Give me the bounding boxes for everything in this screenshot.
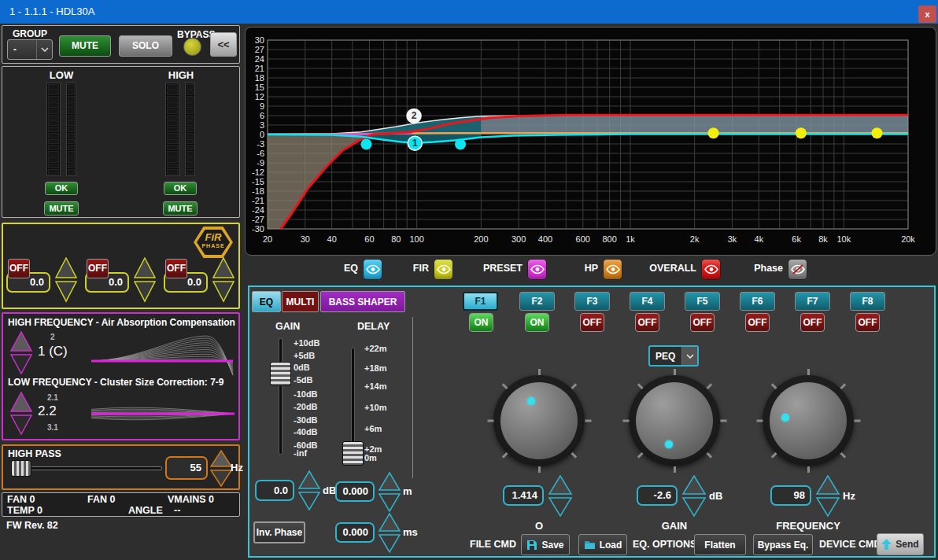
save-button[interactable]: Save	[521, 534, 570, 555]
load-button[interactable]: Load	[578, 534, 627, 555]
send-button-label: Send	[896, 539, 918, 550]
fir-badge-subtext: PHASE	[197, 243, 230, 249]
filter-button-f5[interactable]: F5	[685, 292, 720, 311]
gain-value[interactable]: 0.0	[255, 480, 294, 501]
frequency-knob-indicator	[781, 414, 789, 422]
svg-text:2k: 2k	[690, 234, 700, 244]
delay-ms-spinner[interactable]	[378, 513, 401, 554]
eq-visibility-toggle[interactable]	[363, 259, 382, 280]
svg-text:600: 600	[576, 234, 590, 244]
high-pass-value[interactable]: 55	[165, 456, 208, 480]
gain-knob[interactable]	[629, 375, 720, 466]
frequency-value[interactable]: 98	[770, 485, 811, 506]
eye-icon	[606, 264, 620, 274]
invert-phase-button[interactable]: Inv. Phase	[253, 521, 305, 543]
fir-off-button-2[interactable]: OFF	[87, 259, 109, 278]
hp-visibility-toggle[interactable]	[603, 259, 622, 280]
low-limiter-meter	[66, 83, 76, 176]
filter-button-f8[interactable]: F8	[850, 292, 885, 311]
phase-visibility-toggle[interactable]	[788, 259, 807, 280]
bypass-led[interactable]	[183, 38, 201, 56]
phase-toggle-label: Phase	[740, 263, 783, 274]
filter-button-f1[interactable]: F1	[463, 292, 498, 311]
delay-m-spinner[interactable]	[378, 472, 401, 513]
delay-m-value[interactable]: 0.000	[335, 481, 375, 502]
delay-m-unit: m	[403, 485, 412, 497]
high-pass-label: HIGH PASS	[8, 448, 61, 459]
filter-button-f4[interactable]: F4	[630, 292, 665, 311]
overall-toggle-label: OVERALL	[645, 263, 696, 274]
collapse-button[interactable]: <<	[210, 32, 237, 57]
lf-curves-graphic	[90, 392, 236, 435]
gain-knob-spinner[interactable]	[681, 475, 707, 518]
q-value[interactable]: 1.414	[503, 485, 544, 506]
filter-state-f6[interactable]: OFF	[745, 313, 770, 332]
lf-spinner[interactable]	[9, 392, 33, 436]
svg-text:3: 3	[260, 120, 264, 130]
high-pass-unit: Hz	[231, 462, 243, 473]
tab-multi[interactable]: MULTI	[282, 291, 319, 312]
filter-state-f5[interactable]: OFF	[690, 313, 715, 332]
fir-off-button-3[interactable]: OFF	[165, 259, 187, 278]
fir-spinner-1[interactable]	[55, 257, 77, 303]
fir-off-button-1[interactable]: OFF	[8, 259, 30, 278]
q-knob[interactable]	[493, 375, 585, 466]
filter-state-f8[interactable]: OFF	[855, 313, 880, 332]
bypass-eq-button[interactable]: Bypass Eq.	[753, 534, 813, 555]
send-button[interactable]: Send	[877, 533, 924, 555]
eq-response-graph[interactable]: -30-27-24-21-18-15-12-9-6-30369121518212…	[245, 27, 936, 256]
frequency-spinner[interactable]	[815, 475, 840, 518]
gain-fader-label: GAIN	[275, 321, 300, 332]
fir-spinner-2[interactable]	[134, 257, 156, 303]
high-channel-label: HIGH	[122, 69, 240, 81]
high-pass-spinner[interactable]	[210, 450, 232, 488]
filter-state-f7[interactable]: OFF	[800, 313, 825, 332]
svg-text:-6: -6	[257, 149, 264, 158]
close-button[interactable]: x	[918, 6, 936, 23]
filter-state-f1[interactable]: ON	[469, 313, 493, 332]
tab-eq[interactable]: EQ	[252, 291, 281, 312]
delay-fader-handle[interactable]	[342, 441, 364, 466]
high-pass-slider-track[interactable]	[11, 466, 162, 470]
delay-ms-value[interactable]: 0.000	[335, 522, 375, 543]
filter-button-f7[interactable]: F7	[795, 292, 830, 311]
gain-fader-track[interactable]	[279, 338, 283, 455]
gain-spinner[interactable]	[297, 470, 321, 511]
high-pass-slider-handle[interactable]	[11, 460, 31, 477]
tab-bass-shaper[interactable]: BASS SHAPER	[320, 291, 405, 312]
filter-state-f3[interactable]: OFF	[580, 313, 604, 332]
meters-panel: LOW HIGH OK OK MUTE MUTE	[2, 66, 240, 218]
gain-scale-tick: 0dB	[294, 363, 310, 372]
gain-fader-handle[interactable]	[270, 362, 291, 386]
fir-badge-text: FiR	[197, 231, 230, 243]
preset-visibility-toggle[interactable]	[527, 259, 547, 280]
filter-button-f2[interactable]: F2	[519, 292, 555, 311]
svg-text:3k: 3k	[728, 234, 737, 244]
frequency-knob[interactable]	[763, 375, 854, 466]
filter-button-f3[interactable]: F3	[574, 292, 610, 311]
title-bar[interactable]: 1 - 1.1.1 - HDL30A	[0, 0, 938, 24]
hf-spinner[interactable]	[9, 331, 33, 375]
filter-state-f4[interactable]: OFF	[635, 313, 659, 332]
angle-value: --	[174, 505, 180, 516]
flatten-button[interactable]: Flatten	[694, 534, 746, 555]
solo-button[interactable]: SOLO	[119, 35, 172, 57]
svg-text:12: 12	[255, 92, 264, 101]
gain-knob-value[interactable]: -2.6	[637, 485, 678, 506]
low-mute-button[interactable]: MUTE	[44, 201, 79, 216]
gain-knob-label: GAIN	[629, 520, 720, 532]
svg-text:21: 21	[255, 64, 264, 73]
fir-spinner-3[interactable]	[212, 257, 234, 303]
overall-visibility-toggle[interactable]	[701, 259, 721, 280]
high-mute-button[interactable]: MUTE	[163, 201, 198, 216]
filter-button-f6[interactable]: F6	[740, 292, 775, 311]
group-select[interactable]: -	[7, 39, 53, 60]
svg-text:8k: 8k	[818, 234, 828, 244]
fir-visibility-toggle[interactable]	[434, 259, 453, 280]
eq-graph-svg[interactable]: -30-27-24-21-18-15-12-9-6-30369121518212…	[246, 28, 937, 256]
gain-knob-indicator	[665, 440, 673, 448]
q-spinner[interactable]	[548, 475, 573, 518]
mute-button[interactable]: MUTE	[59, 35, 111, 57]
filter-state-f2[interactable]: ON	[525, 313, 549, 332]
filter-type-select[interactable]: PEQ	[648, 345, 699, 367]
